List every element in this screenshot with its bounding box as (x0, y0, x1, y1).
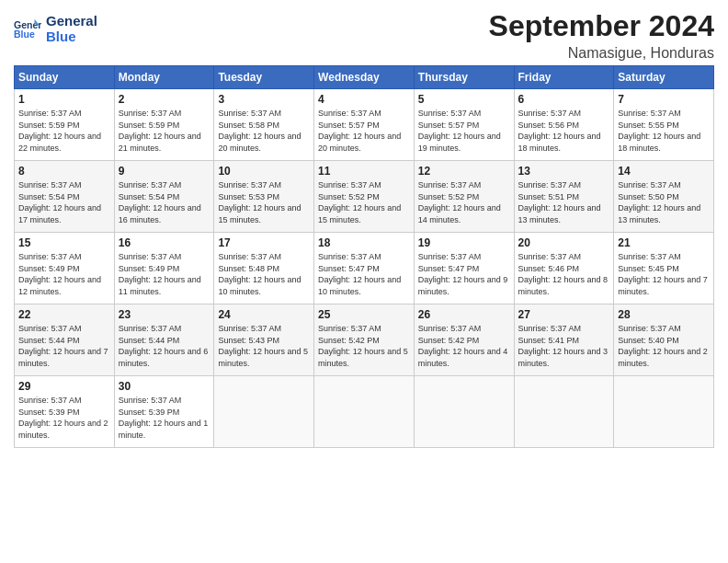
table-row (414, 376, 514, 448)
cell-content: Sunrise: 5:37 AM Sunset: 5:54 PM Dayligh… (18, 179, 110, 225)
daylight-text: Daylight: 12 hours and 20 minutes. (318, 131, 410, 154)
daylight-text: Daylight: 12 hours and 11 minutes. (119, 274, 210, 297)
daylight-text: Daylight: 12 hours and 14 minutes. (418, 202, 510, 225)
table-row: 23 Sunrise: 5:37 AM Sunset: 5:44 PM Dayl… (114, 304, 214, 376)
day-number: 30 (119, 380, 210, 393)
sunrise-text: Sunrise: 5:37 AM (218, 251, 310, 263)
cell-content: Sunrise: 5:37 AM Sunset: 5:49 PM Dayligh… (18, 251, 110, 297)
sunset-text: Sunset: 5:41 PM (518, 335, 610, 347)
daylight-text: Daylight: 12 hours and 15 minutes. (318, 202, 410, 225)
day-number: 6 (518, 93, 610, 106)
day-number: 9 (119, 165, 210, 178)
table-row: 28 Sunrise: 5:37 AM Sunset: 5:40 PM Dayl… (614, 304, 714, 376)
table-row: 12 Sunrise: 5:37 AM Sunset: 5:52 PM Dayl… (414, 161, 514, 233)
sunset-text: Sunset: 5:53 PM (218, 191, 310, 203)
table-row: 25 Sunrise: 5:37 AM Sunset: 5:42 PM Dayl… (314, 304, 415, 376)
sunrise-text: Sunrise: 5:37 AM (18, 323, 110, 335)
daylight-text: Daylight: 12 hours and 5 minutes. (218, 346, 310, 369)
sunrise-text: Sunrise: 5:37 AM (418, 179, 510, 191)
daylight-text: Daylight: 12 hours and 21 minutes. (119, 131, 210, 154)
cell-content: Sunrise: 5:37 AM Sunset: 5:49 PM Dayligh… (119, 251, 210, 297)
table-row: 22 Sunrise: 5:37 AM Sunset: 5:44 PM Dayl… (15, 304, 115, 376)
svg-text:Blue: Blue (14, 29, 35, 40)
col-wednesday: Wednesday (314, 66, 415, 89)
table-row: 20 Sunrise: 5:37 AM Sunset: 5:46 PM Dayl… (514, 233, 614, 304)
day-number: 11 (318, 165, 410, 178)
sunrise-text: Sunrise: 5:37 AM (518, 108, 610, 120)
table-row: 13 Sunrise: 5:37 AM Sunset: 5:51 PM Dayl… (514, 161, 614, 233)
day-number: 5 (418, 93, 510, 106)
table-row: 18 Sunrise: 5:37 AM Sunset: 5:47 PM Dayl… (314, 233, 415, 304)
sunrise-text: Sunrise: 5:37 AM (318, 251, 410, 263)
day-number: 10 (218, 165, 310, 178)
sunrise-text: Sunrise: 5:37 AM (18, 108, 110, 120)
cell-content: Sunrise: 5:37 AM Sunset: 5:52 PM Dayligh… (318, 179, 410, 225)
daylight-text: Daylight: 12 hours and 1 minute. (119, 418, 210, 441)
sunrise-text: Sunrise: 5:37 AM (218, 179, 310, 191)
logo-line2: Blue (46, 29, 97, 45)
daylight-text: Daylight: 12 hours and 8 minutes. (518, 274, 610, 297)
table-row: 4 Sunrise: 5:37 AM Sunset: 5:57 PM Dayli… (314, 89, 415, 161)
sunrise-text: Sunrise: 5:37 AM (318, 179, 410, 191)
sunset-text: Sunset: 5:58 PM (218, 120, 310, 132)
day-number: 25 (318, 308, 410, 321)
sunrise-text: Sunrise: 5:37 AM (618, 108, 710, 120)
day-number: 12 (418, 165, 510, 178)
table-row: 8 Sunrise: 5:37 AM Sunset: 5:54 PM Dayli… (15, 161, 115, 233)
cell-content: Sunrise: 5:37 AM Sunset: 5:47 PM Dayligh… (418, 251, 510, 297)
calendar-week-2: 8 Sunrise: 5:37 AM Sunset: 5:54 PM Dayli… (15, 161, 714, 233)
sunrise-text: Sunrise: 5:37 AM (119, 323, 210, 335)
cell-content: Sunrise: 5:37 AM Sunset: 5:54 PM Dayligh… (119, 179, 210, 225)
cell-content: Sunrise: 5:37 AM Sunset: 5:45 PM Dayligh… (618, 251, 710, 297)
daylight-text: Daylight: 12 hours and 20 minutes. (218, 131, 310, 154)
sunset-text: Sunset: 5:45 PM (618, 263, 710, 275)
sunset-text: Sunset: 5:54 PM (18, 191, 110, 203)
sunrise-text: Sunrise: 5:37 AM (518, 251, 610, 263)
table-row: 6 Sunrise: 5:37 AM Sunset: 5:56 PM Dayli… (514, 89, 614, 161)
cell-content: Sunrise: 5:37 AM Sunset: 5:59 PM Dayligh… (18, 108, 110, 154)
sunrise-text: Sunrise: 5:37 AM (18, 251, 110, 263)
sunset-text: Sunset: 5:57 PM (418, 120, 510, 132)
title-block: September 2024 Namasigue, Honduras (489, 9, 714, 62)
sunrise-text: Sunrise: 5:37 AM (119, 108, 210, 120)
cell-content: Sunrise: 5:37 AM Sunset: 5:39 PM Dayligh… (18, 395, 110, 441)
sunset-text: Sunset: 5:52 PM (418, 191, 510, 203)
daylight-text: Daylight: 12 hours and 6 minutes. (119, 346, 210, 369)
sunset-text: Sunset: 5:46 PM (518, 263, 610, 275)
sunset-text: Sunset: 5:54 PM (119, 191, 210, 203)
daylight-text: Daylight: 12 hours and 19 minutes. (418, 131, 510, 154)
sunset-text: Sunset: 5:40 PM (618, 335, 710, 347)
day-number: 26 (418, 308, 510, 321)
sunset-text: Sunset: 5:57 PM (318, 120, 410, 132)
table-row (214, 376, 314, 448)
daylight-text: Daylight: 12 hours and 2 minutes. (618, 346, 710, 369)
sunset-text: Sunset: 5:39 PM (18, 407, 110, 419)
daylight-text: Daylight: 12 hours and 16 minutes. (119, 202, 210, 225)
daylight-text: Daylight: 12 hours and 7 minutes. (618, 274, 710, 297)
sunrise-text: Sunrise: 5:37 AM (418, 251, 510, 263)
sunset-text: Sunset: 5:59 PM (119, 120, 210, 132)
daylight-text: Daylight: 12 hours and 17 minutes. (18, 202, 110, 225)
daylight-text: Daylight: 12 hours and 7 minutes. (18, 346, 110, 369)
daylight-text: Daylight: 12 hours and 3 minutes. (518, 346, 610, 369)
location-subtitle: Namasigue, Honduras (489, 45, 714, 62)
daylight-text: Daylight: 12 hours and 13 minutes. (618, 202, 710, 225)
sunrise-text: Sunrise: 5:37 AM (418, 108, 510, 120)
day-number: 4 (318, 93, 410, 106)
daylight-text: Daylight: 12 hours and 4 minutes. (418, 346, 510, 369)
daylight-text: Daylight: 12 hours and 5 minutes. (318, 346, 410, 369)
calendar-table: Sunday Monday Tuesday Wednesday Thursday… (14, 65, 714, 448)
sunrise-text: Sunrise: 5:37 AM (618, 179, 710, 191)
cell-content: Sunrise: 5:37 AM Sunset: 5:50 PM Dayligh… (618, 179, 710, 225)
daylight-text: Daylight: 12 hours and 10 minutes. (318, 274, 410, 297)
sunset-text: Sunset: 5:43 PM (218, 335, 310, 347)
table-row: 1 Sunrise: 5:37 AM Sunset: 5:59 PM Dayli… (15, 89, 115, 161)
table-row: 15 Sunrise: 5:37 AM Sunset: 5:49 PM Dayl… (15, 233, 115, 304)
cell-content: Sunrise: 5:37 AM Sunset: 5:47 PM Dayligh… (318, 251, 410, 297)
table-row: 3 Sunrise: 5:37 AM Sunset: 5:58 PM Dayli… (214, 89, 314, 161)
table-row: 26 Sunrise: 5:37 AM Sunset: 5:42 PM Dayl… (414, 304, 514, 376)
day-number: 27 (518, 308, 610, 321)
cell-content: Sunrise: 5:37 AM Sunset: 5:42 PM Dayligh… (418, 323, 510, 369)
daylight-text: Daylight: 12 hours and 18 minutes. (518, 131, 610, 154)
table-row: 11 Sunrise: 5:37 AM Sunset: 5:52 PM Dayl… (314, 161, 415, 233)
